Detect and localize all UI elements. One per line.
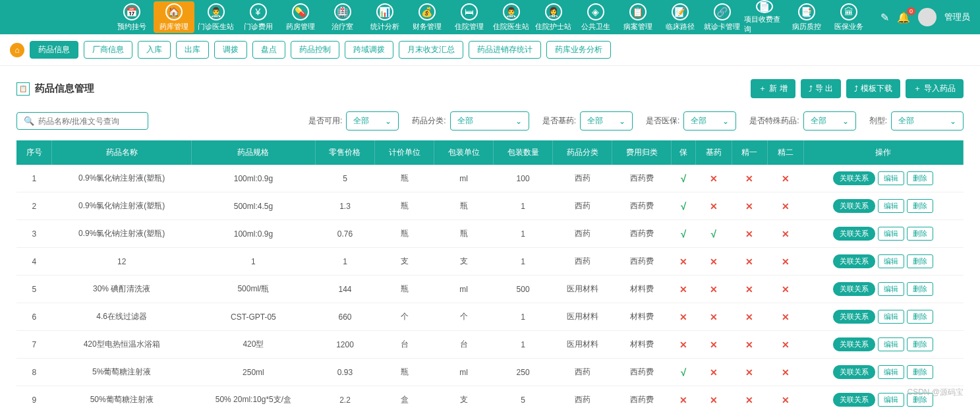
nav-item-治疗室[interactable]: 🏥治疗室 [322,1,363,33]
delete-button[interactable]: 删除 [907,254,933,268]
cell-bao: ✕ [672,303,696,331]
edit-button[interactable]: 编辑 [878,337,904,351]
relate-button[interactable]: 关联关系 [833,282,875,296]
table-row: 5 30% 碘酊清洗液 500ml/瓶 144 瓶 ml 500 医用材料 材料… [16,276,964,303]
cross-icon: ✕ [745,229,753,239]
cell-cat: 西药 [553,192,612,220]
nav-icon: 💰 [418,3,436,20]
add-button[interactable]: ＋ 新 增 [751,79,795,98]
filter-select[interactable]: 全部⌄ [346,111,399,131]
cross-icon: ✕ [679,312,687,322]
nav-item-预约挂号[interactable]: 📅预约挂号 [111,1,152,33]
search-input[interactable] [38,117,141,126]
cell-unit: 个 [375,303,434,331]
home-icon[interactable]: ⌂ [10,43,24,57]
check-icon: √ [681,173,686,184]
filter-label: 是否可用: [308,115,342,127]
cross-icon: ✕ [782,201,790,212]
cell-ji: ✕ [696,276,732,303]
sub-tab-盘点[interactable]: 盘点 [252,41,285,59]
edit-button[interactable]: 编辑 [878,227,904,241]
edit-button[interactable]: 编辑 [878,393,904,407]
relate-button[interactable]: 关联关系 [833,365,875,379]
sub-tab-药品信息[interactable]: 药品信息 [30,41,78,59]
delete-button[interactable]: 删除 [907,199,933,213]
cell-bao: √ [672,192,696,220]
relate-button[interactable]: 关联关系 [833,310,875,324]
sub-tab-月末收支汇总[interactable]: 月末收支汇总 [399,41,463,59]
delete-button[interactable]: 删除 [907,227,933,241]
import-button[interactable]: ＋ 导入药品 [906,79,964,98]
edit-button[interactable]: 编辑 [878,254,904,268]
sub-tab-药品控制[interactable]: 药品控制 [291,41,339,59]
delete-button[interactable]: 删除 [907,337,933,351]
nav-item-住院医生站[interactable]: 👨‍⚕住院医生站 [491,1,532,33]
sub-tab-药库业务分析[interactable]: 药库业务分析 [546,41,611,59]
cell-j2: ✕ [768,192,804,220]
edit-button[interactable]: 编辑 [878,171,904,185]
nav-item-项目收费查询[interactable]: 📄项目收费查询 [744,1,785,33]
cell-spec: 1 [191,248,315,276]
nav-item-就诊卡管理[interactable]: 🔗就诊卡管理 [702,1,743,33]
edit-icon[interactable]: ✎ [880,11,889,24]
nav-item-病案管理[interactable]: 📋病案管理 [618,1,658,33]
sub-tab-出库[interactable]: 出库 [176,41,209,59]
filter-select[interactable]: 全部⌄ [683,111,736,131]
nav-item-门诊费用[interactable]: ¥门诊费用 [238,1,279,33]
avatar[interactable] [918,8,937,26]
nav-item-医保业务[interactable]: 🏛医保业务 [828,1,869,33]
nav-label: 财务管理 [413,22,442,32]
nav-item-病历质控[interactable]: 📑病历质控 [786,1,827,33]
sub-tab-药品进销存统计[interactable]: 药品进销存统计 [469,41,541,59]
nav-item-公共卫生[interactable]: ◈公共卫生 [575,1,616,33]
nav-item-住院护士站[interactable]: 👩‍⚕住院护士站 [533,1,574,33]
cross-icon: ✕ [745,201,753,212]
sub-tab-跨域调拨[interactable]: 跨域调拨 [345,41,393,59]
cross-icon: ✕ [710,256,718,267]
sub-tab-厂商信息[interactable]: 厂商信息 [84,41,132,59]
check-icon: √ [681,366,686,378]
cell-bao: ✕ [672,331,696,359]
nav-item-药库管理[interactable]: 🏠药库管理 [154,1,194,33]
filter-select[interactable]: 全部⌄ [580,111,633,131]
relate-button[interactable]: 关联关系 [833,337,875,351]
export-button[interactable]: ⤴ 导 出 [801,79,841,98]
relate-button[interactable]: 关联关系 [833,393,875,407]
cell-pkgunit: ml [434,165,494,192]
nav-item-临床路径[interactable]: 📝临床路径 [660,1,701,33]
search-box[interactable]: 🔍 [16,112,148,130]
relate-button[interactable]: 关联关系 [833,199,875,213]
nav-item-住院管理[interactable]: 🛏住院管理 [449,1,490,33]
nav-icon: 📋 [629,3,647,20]
delete-button[interactable]: 删除 [907,282,933,296]
relate-button[interactable]: 关联关系 [833,227,875,241]
col-header: 药品名称 [52,140,192,165]
delete-button[interactable]: 删除 [907,310,933,324]
edit-button[interactable]: 编辑 [878,310,904,324]
delete-button[interactable]: 删除 [907,365,933,379]
nav-item-财务管理[interactable]: 💰财务管理 [407,1,447,33]
edit-button[interactable]: 编辑 [878,199,904,213]
sub-tab-入库[interactable]: 入库 [138,41,171,59]
filter-select[interactable]: 全部⌄ [450,111,529,131]
sub-tab-调拨[interactable]: 调拨 [214,41,247,59]
edit-button[interactable]: 编辑 [878,282,904,296]
cell-actions: 关联关系 编辑 删除 [803,276,963,303]
nav-icon: 🏠 [165,3,183,20]
nav-item-门诊医生站[interactable]: 👨‍⚕门诊医生站 [196,1,237,33]
filter-select[interactable]: 全部⌄ [803,111,856,131]
relate-button[interactable]: 关联关系 [833,171,875,185]
edit-button[interactable]: 编辑 [878,365,904,379]
nav-item-统计分析[interactable]: 📊统计分析 [364,1,405,33]
bell-icon[interactable]: 🔔0 [897,11,910,24]
cell-unit: 瓶 [375,220,434,248]
template-button[interactable]: ⤴ 模板下载 [846,79,900,98]
nav-item-药房管理[interactable]: 💊药房管理 [280,1,321,33]
delete-button[interactable]: 删除 [907,171,933,185]
cell-name: 50%葡萄糖注射液 [52,386,192,409]
cell-no: 4 [16,248,52,276]
relate-button[interactable]: 关联关系 [833,254,875,268]
cell-ji: ✕ [696,192,732,220]
cell-pkgunit: ml [434,276,494,303]
filter-select[interactable]: 全部⌄ [891,111,964,131]
